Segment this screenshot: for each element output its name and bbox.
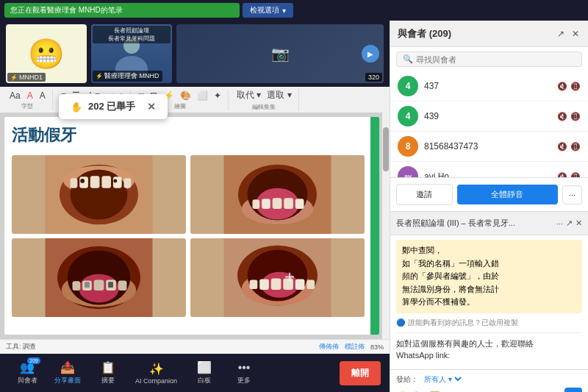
video-thumb-1[interactable]: 😬 ⚡ MNHD1 <box>6 24 87 83</box>
more-options-button[interactable]: ··· <box>562 185 582 204</box>
chat-input-area: 發給： 所有人 ▾ 😊 📎 🖼️ ··· ▶ <box>390 369 588 392</box>
leave-button[interactable]: 離開 <box>340 361 381 385</box>
avatar: av <box>398 166 418 177</box>
expand-panel-button[interactable]: ↗ <box>556 27 566 40</box>
participants-badge: 209 <box>27 357 40 364</box>
copy-text: 誰能夠看到妳的訊息？已啟用複製 <box>408 318 518 328</box>
chat-highlighted-message: 鄭中查閱，如「我的名稱」一項輸入錯頻的「參與者編號」，由於無法識別身份，將會無法… <box>396 240 582 313</box>
raise-hand-text: 202 已舉手 <box>88 100 135 113</box>
ribbon-group-edit: 取代 ▾ 選取 ▾ 編輯集集 <box>230 88 299 111</box>
participant-actions: 🔇 📵 <box>557 82 581 91</box>
chat-close-button[interactable]: ✕ <box>576 218 582 228</box>
video-thumb-2[interactable]: 長者照顧論壇長者常見牙科問題 ⚡ 醫療理理會 MNHD <box>91 24 172 83</box>
svg-rect-39 <box>250 279 258 289</box>
toolbar-share-screen[interactable]: 📤 分享畫面 <box>49 357 87 388</box>
svg-rect-17 <box>252 199 259 209</box>
slide-overlay-text: 長者照顧論壇長者常見牙科問題 <box>93 26 171 43</box>
video-off-icon: 📵 <box>570 172 581 178</box>
svg-rect-41 <box>271 278 282 290</box>
select-btn[interactable]: 選取 ▾ <box>265 88 293 102</box>
svg-rect-31 <box>118 280 127 291</box>
svg-rect-32 <box>85 282 90 288</box>
search-input[interactable] <box>416 55 576 64</box>
toolbar-more-label: 更多 <box>237 376 251 385</box>
zoom-label: 83% <box>370 343 384 351</box>
chat-header: 長者照顧論壇 (III) – 長者常見牙... ··· ↗ ✕ <box>390 212 588 235</box>
chat-messages: 鄭中查閱，如「我的名稱」一項輸入錯頻的「參與者編號」，由於無法識別身份，將會無法… <box>390 235 588 369</box>
svg-rect-44 <box>306 279 315 289</box>
font-color-btn[interactable]: A <box>25 90 35 101</box>
video-label-1: ⚡ MNHD1 <box>7 73 46 82</box>
ribbon-draw-label: 繪圖 <box>174 102 186 110</box>
svg-rect-7 <box>101 176 111 188</box>
mute-all-button[interactable]: 全體靜音 <box>457 185 558 204</box>
replace-btn[interactable]: 取代 ▾ <box>234 88 263 102</box>
participant-actions: 🔇 📵 <box>557 112 581 121</box>
invite-button[interactable]: 邀請 <box>396 184 453 205</box>
svg-rect-18 <box>262 199 270 209</box>
ppt-scrollbar[interactable] <box>382 113 390 339</box>
font-size-btn[interactable]: Aa <box>7 90 23 101</box>
svg-rect-27 <box>73 281 81 291</box>
participants-count: (209) <box>429 28 451 39</box>
toolbar-ai-companion[interactable]: ✨ AI Companion <box>129 359 183 388</box>
ribbon-group-font: Aa A A 字型 <box>3 90 53 110</box>
main-area: 😬 ⚡ MNHD1 長者照顧論壇長者常見牙科問題 ⚡ 醫療理理會 MNHD <box>0 21 390 354</box>
raise-hand-close-button[interactable]: ✕ <box>147 101 156 113</box>
search-box: 🔍 <box>396 51 582 67</box>
participant-name: 81568437473 <box>424 141 551 152</box>
video-off-icon: 📵 <box>570 82 581 91</box>
toolbar-summary[interactable]: 📋 摘要 <box>90 357 126 388</box>
toolbar-participants[interactable]: 👥 209 與會者 <box>9 357 46 388</box>
bottom-toolbar: 👥 209 與會者 📤 分享畫面 📋 摘要 ✨ AI Companion ⬜ 白… <box>0 354 390 392</box>
effect-btn[interactable]: ✦ <box>212 90 223 101</box>
mute-icon: 🔇 <box>557 142 567 152</box>
chat-to-select[interactable]: 所有人 ▾ <box>421 374 464 384</box>
svg-rect-43 <box>295 279 305 290</box>
share-screen-icon: 📤 <box>60 360 75 374</box>
avatar: 4 <box>398 106 418 126</box>
lightning-icon-1: ⚡ <box>10 74 18 81</box>
video-main-content: 📷 <box>176 24 384 83</box>
participants-panel: 與會者 (209) ↗ ✕ 🔍 4 437 🔇 📵 <box>390 21 588 212</box>
annotate-label[interactable]: 標註佈 <box>345 342 365 352</box>
chat-more-button[interactable]: ··· <box>556 218 563 228</box>
toolbar-ai-companion-label: AI Companion <box>135 377 177 385</box>
svg-rect-21 <box>295 199 304 209</box>
participant-count: 320 <box>365 73 382 82</box>
participant-item: 4 437 🔇 📵 <box>390 71 588 101</box>
ppt-scrollbar-thumb[interactable] <box>383 127 389 171</box>
panel-actions: ↗ ✕ <box>556 27 581 40</box>
dental-image-4 <box>190 238 365 317</box>
whiteboard-icon: ⬜ <box>197 360 212 374</box>
participant-name: 437 <box>424 81 551 91</box>
dental-image-3 <box>12 238 186 317</box>
view-options-button[interactable]: 检视選項 ▾ <box>243 3 293 18</box>
slide-green-accent <box>370 117 379 335</box>
chat-to-row: 發給： 所有人 ▾ <box>396 374 582 385</box>
chat-expand-button[interactable]: ↗ <box>566 218 573 228</box>
close-panel-button[interactable]: ✕ <box>570 27 581 40</box>
toolbar-whiteboard[interactable]: ⬜ 白板 <box>186 357 223 388</box>
play-button[interactable]: ▶ <box>362 45 379 63</box>
svg-rect-4 <box>71 178 78 188</box>
slide-image-grid <box>12 155 365 317</box>
participant-list: 4 437 🔇 📵 4 439 🔇 📵 8 81568437473 <box>390 71 588 177</box>
toolbar-more[interactable]: ••• 更多 <box>226 358 262 388</box>
chat-header-icons: ··· ↗ ✕ <box>556 218 582 228</box>
share-label[interactable]: 傳佈佈 <box>319 342 339 352</box>
outline-btn[interactable]: ⬜ <box>195 90 210 101</box>
svg-rect-42 <box>283 278 293 290</box>
participant-item: 8 81568437473 🔇 📵 <box>390 132 588 162</box>
top-bar-notice: 您正在觀看醫療理會 MNHD的笔录 <box>4 3 240 18</box>
fill-btn[interactable]: 🎨 <box>178 90 193 101</box>
video-main[interactable]: 📷 ▶ 320 <box>176 24 384 83</box>
send-button[interactable]: ▶ <box>564 388 582 392</box>
raise-hand-notification: ✋ 202 已舉手 ✕ <box>59 94 168 119</box>
svg-rect-20 <box>284 198 293 209</box>
svg-rect-40 <box>259 279 269 290</box>
ppt-wrapper: Aa A A 字型 ≡ ☰ ⋮≡ ⇥ ↕ 段落 □ ⊞ <box>0 87 390 354</box>
toolbar-whiteboard-label: 白板 <box>198 376 211 385</box>
ribbon-font-label: 字型 <box>21 102 33 110</box>
font-highlight-btn[interactable]: A <box>37 90 48 101</box>
